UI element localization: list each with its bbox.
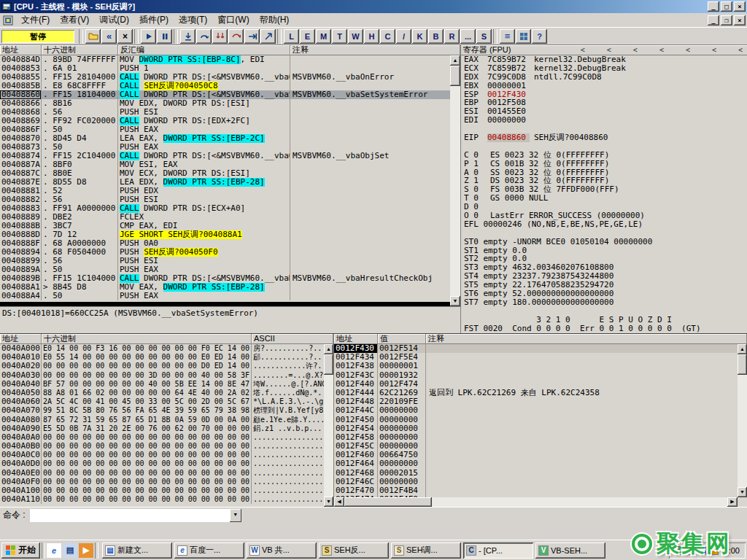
close-button[interactable]: ×: [734, 1, 746, 12]
internet-explorer-icon[interactable]: e: [47, 543, 61, 558]
column-header-comment[interactable]: 注释: [290, 45, 460, 55]
start-button[interactable]: 开始: [1, 542, 40, 559]
toolbar-letter-B[interactable]: B: [428, 29, 444, 44]
collapse-arrow-icon[interactable]: <: [712, 45, 716, 55]
disasm-row[interactable]: 00408860. FF15 18104000CALL DWORD PTR DS…: [0, 90, 450, 99]
dump-row[interactable]: 0040A0C000 00 00 00 00 00 00 00 00 00 00…: [0, 451, 324, 459]
disasm-row[interactable]: 00408874. FF15 2C104000CALL DWORD PTR DS…: [0, 152, 450, 160]
open-file-button[interactable]: [85, 29, 101, 44]
disasm-row[interactable]: 0040887E. 8D55 D8LEA EDX, DWORD PTR SS:[…: [0, 178, 450, 187]
disasm-row[interactable]: 0040888B. 3BC7CMP EAX, EDI: [0, 222, 450, 230]
disasm-row[interactable]: 00408868. 56PUSH ESI: [0, 108, 450, 117]
menu-item[interactable]: 插件(P): [134, 13, 174, 26]
dump-row[interactable]: 0040A02000 00 00 00 00 00 00 00 00 00 00…: [0, 362, 324, 370]
collapse-arrow-icon[interactable]: <: [607, 45, 611, 55]
dump-row[interactable]: 0040A10000 00 00 00 00 00 00 00 00 00 00…: [0, 486, 324, 495]
disasm-row[interactable]: 0040885B. E8 68C8FFFFCALL SEH反调?004050C8: [0, 82, 450, 90]
toolbar-letter-L[interactable]: L: [284, 29, 299, 44]
media-player-icon[interactable]: ▶: [79, 543, 93, 558]
collapse-arrow-icon[interactable]: <: [659, 45, 664, 55]
dump-row[interactable]: 0040A0A000 00 00 00 00 00 00 00 00 00 00…: [0, 433, 324, 442]
dump-row[interactable]: 0040A11000 00 00 00 00 00 00 00 00 00 00…: [0, 495, 324, 504]
scroll-thumb[interactable]: [344, 497, 432, 507]
column-header-disasm[interactable]: 反汇编: [118, 45, 290, 55]
scroll-left-arrow[interactable]: ◀: [334, 497, 344, 507]
toolbar-letter-C[interactable]: C: [380, 29, 395, 44]
scroll-down-arrow[interactable]: ▼: [738, 487, 747, 497]
scheduler-icon[interactable]: [710, 546, 719, 555]
step-over-button[interactable]: [196, 29, 212, 44]
show-desktop-icon[interactable]: ▤: [63, 543, 77, 558]
dump-row[interactable]: 0040A0D000 00 00 00 00 00 00 00 00 00 00…: [0, 459, 324, 468]
options-button[interactable]: ≡: [500, 29, 515, 44]
dump-row[interactable]: 0040A0B000 00 00 00 00 00 00 00 00 00 00…: [0, 442, 324, 451]
scroll-thumb[interactable]: [450, 66, 460, 86]
menu-item[interactable]: 文件(F): [16, 13, 55, 26]
dump-row[interactable]: 0040A0E000 00 00 00 00 00 00 00 00 00 00…: [0, 469, 324, 478]
disasm-row[interactable]: 00408882. 56PUSH ESI: [0, 195, 450, 204]
scroll-up-arrow[interactable]: ▲: [324, 344, 333, 354]
disasm-row[interactable]: 0040889B. FF15 1C104000CALL DWORD PTR DS…: [0, 274, 450, 283]
dump-scrollbar[interactable]: ▲ ▼: [324, 344, 333, 507]
collapse-arrow-icon[interactable]: <: [738, 45, 743, 55]
column-header-hex[interactable]: 十六进制: [42, 45, 118, 55]
scroll-up-arrow[interactable]: ▲: [738, 344, 747, 354]
disasm-row[interactable]: 0040888F. 68 A0000000PUSH 0A0: [0, 239, 450, 248]
toolbar-letter-K[interactable]: K: [412, 29, 427, 44]
disasm-row[interactable]: 0040886F. 50PUSH EAX: [0, 125, 450, 134]
collapse-arrow-icon[interactable]: <: [633, 45, 638, 55]
disasm-row[interactable]: 00408899. 56PUSH ESI: [0, 257, 450, 265]
disasm-row[interactable]: 00408883. FF91 A0000000CALL DWORD PTR DS…: [0, 204, 450, 213]
toolbar-letter-S[interactable]: S: [476, 29, 492, 44]
disasm-row[interactable]: 00408855. FF15 28104000CALL DWORD PTR DS…: [0, 73, 450, 82]
column-header-address[interactable]: 地址: [334, 334, 378, 344]
disasm-row[interactable]: 0040887A. 8BF0MOV ESI, EAX: [0, 160, 450, 169]
menu-item[interactable]: 窗口(W): [212, 13, 254, 26]
taskbar-task[interactable]: WVB 共...: [247, 542, 317, 559]
disasm-row[interactable]: 004088A1> 8B45 D8MOV EAX, DWORD PTR SS:[…: [0, 283, 450, 292]
scroll-thumb[interactable]: [738, 354, 747, 375]
stack-row[interactable]: 0012F46800002015: [334, 469, 738, 478]
scroll-right-arrow[interactable]: ▶: [727, 497, 738, 507]
close-process-button[interactable]: ×: [117, 29, 133, 44]
dump-row[interactable]: 0040A0602A 5C 4C 00 41 00 45 00 33 00 5C…: [0, 397, 324, 406]
taskbar-task[interactable]: SSEH调...: [391, 542, 461, 559]
taskbar-task[interactable]: SSEH反...: [319, 542, 389, 559]
dump-row[interactable]: 0040A07099 51 8C 5B 80 76 56 FA 65 4E 39…: [0, 406, 324, 415]
mdi-minimize-button[interactable]: _: [708, 15, 719, 26]
disasm-row[interactable]: 00408853. 6A 01PUSH 1: [0, 64, 450, 73]
command-input[interactable]: [30, 509, 230, 522]
menu-item[interactable]: 查看(V): [55, 13, 94, 26]
disasm-row[interactable]: 00408866. 8B16MOV EDX, DWORD PTR DS:[ESI…: [0, 99, 450, 108]
toolbar-letter-R[interactable]: R: [444, 29, 460, 44]
column-header-comment[interactable]: 注释: [426, 334, 747, 344]
column-header-ascii[interactable]: ASCII: [252, 334, 333, 344]
dump-row[interactable]: 0040A03000 00 00 00 00 00 00 00 3D 00 00…: [0, 371, 324, 380]
dump-row[interactable]: 0040A0F000 00 00 00 00 00 00 00 00 00 00…: [0, 478, 324, 486]
taskbar-task[interactable]: C- [CP...: [463, 542, 533, 559]
minimize-button[interactable]: _: [708, 1, 719, 12]
trace-into-button[interactable]: [212, 29, 228, 44]
disasm-row[interactable]: 00408869. FF92 FC020000CALL DWORD PTR DS…: [0, 117, 450, 125]
volume-icon[interactable]: [686, 546, 695, 555]
toolbar-letter-/[interactable]: /: [396, 29, 411, 44]
column-header-hex[interactable]: 十六进制: [42, 334, 252, 344]
disasm-row[interactable]: 00408870. 8D45 D4LEA EAX, DWORD PTR SS:[…: [0, 134, 450, 143]
dump-row[interactable]: 0040A040BF 57 00 00 00 00 00 00 40 00 5B…: [0, 380, 324, 389]
stack-horizontal-scrollbar[interactable]: ◀ ▶: [334, 497, 738, 507]
trace-over-button[interactable]: [228, 29, 244, 44]
disasm-row[interactable]: 0040888D. 7D 12JGE SHORT SEH反调?004088A1: [0, 230, 450, 239]
toolbar-letter-...[interactable]: ...: [460, 29, 476, 44]
stack-row[interactable]: 0012F46400000000: [334, 459, 738, 468]
network-icon[interactable]: [698, 546, 707, 555]
menu-item[interactable]: 帮助(H): [255, 13, 295, 26]
go-to-address-button[interactable]: [260, 29, 276, 44]
antivirus-shield-icon[interactable]: [675, 546, 684, 555]
disasm-row[interactable]: 00408894. 68 F0504000PUSH SEH反调?004050F0: [0, 248, 450, 257]
appearance-button[interactable]: [516, 29, 531, 44]
pause-button[interactable]: [157, 29, 172, 44]
toolbar-letter-E[interactable]: E: [300, 29, 315, 44]
taskbar-task[interactable]: VVB-SEH...: [535, 542, 605, 559]
toolbar-letter-T[interactable]: T: [332, 29, 347, 44]
sc roll-up-arrow[interactable]: ▲: [450, 55, 460, 66]
